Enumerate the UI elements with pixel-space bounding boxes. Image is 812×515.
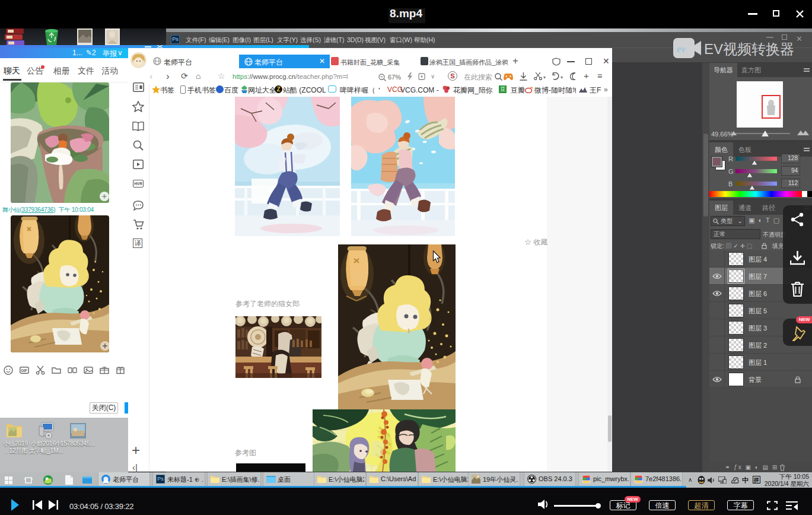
svg-text:ev: ev — [677, 43, 686, 55]
svg-text:GIF: GIF — [21, 368, 27, 373]
